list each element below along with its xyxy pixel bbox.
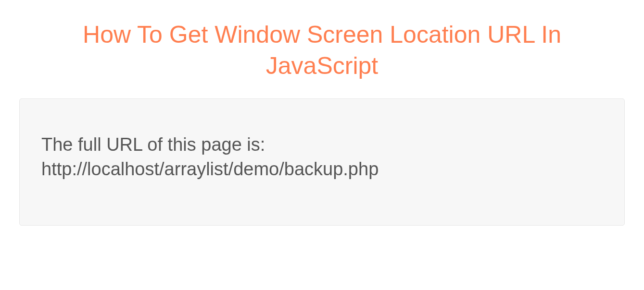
content-panel: The full URL of this page is: http://loc… — [19, 98, 625, 226]
url-label: The full URL of this page is: — [41, 134, 265, 155]
url-value: http://localhost/arraylist/demo/backup.p… — [41, 159, 379, 179]
page-title: How To Get Window Screen Location URL In… — [14, 19, 630, 82]
url-display-text: The full URL of this page is: http://loc… — [41, 133, 603, 182]
